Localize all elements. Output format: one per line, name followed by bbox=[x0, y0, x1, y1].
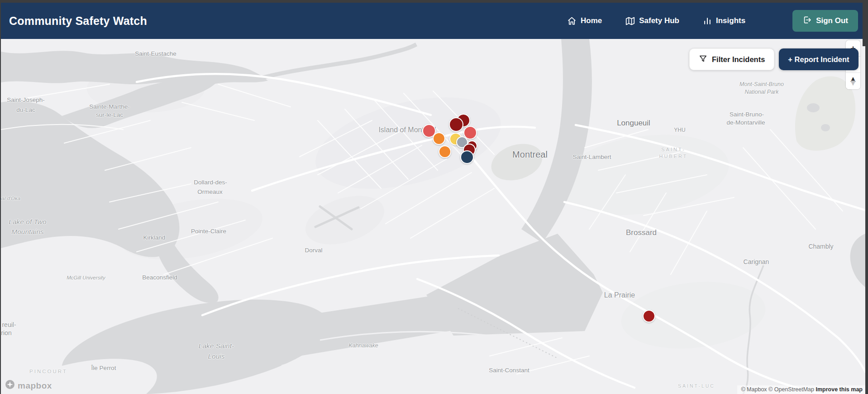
mapbox-logo-text: mapbox bbox=[18, 381, 52, 391]
map-place-label: sur-le-Lac bbox=[96, 111, 123, 118]
map-canvas[interactable]: Saint-EustacheSaint-Joseph-du-LacSainte-… bbox=[1, 39, 865, 394]
map-place-label: SAINT-LUC bbox=[678, 383, 715, 389]
map-place-label: La Prairie bbox=[604, 291, 635, 299]
map-place-label: Lake Saint- bbox=[199, 342, 234, 350]
attribution-improve-link[interactable]: Improve this map bbox=[816, 386, 863, 393]
nav-home[interactable]: Home bbox=[567, 16, 602, 26]
bar-chart-icon bbox=[703, 16, 712, 25]
window-chrome-edge bbox=[863, 3, 865, 46]
sign-out-button[interactable]: Sign Out bbox=[792, 10, 858, 32]
map-attribution: © Mapbox © OpenStreetMap Improve this ma… bbox=[737, 385, 865, 394]
filter-incidents-label: Filter Incidents bbox=[712, 55, 765, 64]
map-place-label: Lake of Two bbox=[9, 218, 46, 226]
map-place-label: Ormeaux bbox=[197, 188, 223, 195]
map-place-label: Saint-Eustache bbox=[135, 50, 176, 57]
map-place-label: Chambly bbox=[808, 243, 833, 250]
map-place-label: HUBERT bbox=[659, 154, 687, 159]
map-place-label: rion bbox=[1, 329, 11, 336]
app-header: Community Safety Watch Home Safety Hub I… bbox=[1, 3, 865, 39]
attribution-mapbox-link[interactable]: © Mapbox bbox=[741, 386, 767, 393]
logout-icon bbox=[802, 15, 811, 27]
map-place-label: Longueuil bbox=[617, 119, 650, 128]
incident-marker[interactable] bbox=[449, 117, 463, 132]
home-icon bbox=[567, 16, 577, 26]
map-place-label: reuil- bbox=[2, 321, 16, 328]
attribution-osm-link[interactable]: © OpenStreetMap bbox=[768, 386, 814, 393]
map-place-label: Saint-Lambert bbox=[573, 154, 611, 160]
map-place-label: National Park bbox=[744, 89, 778, 95]
map-place-label: Sainte-Marthe- bbox=[89, 103, 129, 110]
sign-out-label: Sign Out bbox=[816, 16, 848, 25]
map-action-buttons: Filter Incidents + Report Incident bbox=[689, 48, 858, 70]
main-nav: Home Safety Hub Insights Sign Out bbox=[567, 10, 858, 32]
map-place-label: Louis bbox=[208, 352, 224, 360]
map-place-label: Carignan bbox=[744, 258, 769, 265]
map-place-label: Dorval bbox=[305, 247, 322, 254]
map-place-label: nal d'Oka bbox=[1, 196, 20, 201]
nav-insights[interactable]: Insights bbox=[703, 16, 745, 25]
map-icon bbox=[625, 16, 635, 26]
filter-incidents-button[interactable]: Filter Incidents bbox=[689, 48, 774, 70]
map-place-label: Mont-Saint-Bruno bbox=[739, 81, 784, 87]
nav-insights-label: Insights bbox=[716, 16, 745, 25]
report-incident-label: + Report Incident bbox=[788, 55, 849, 64]
report-incident-button[interactable]: + Report Incident bbox=[779, 48, 858, 70]
map-place-label: McGill University bbox=[67, 275, 105, 280]
filter-funnel-icon bbox=[699, 54, 707, 65]
app-window: Community Safety Watch Home Safety Hub I… bbox=[1, 3, 865, 394]
nav-home-label: Home bbox=[581, 16, 602, 25]
map-place-label: YHU bbox=[674, 127, 685, 133]
map-place-label: Kahnawake bbox=[348, 342, 378, 349]
map-place-label: Dollard-des- bbox=[194, 179, 227, 186]
map-place-label: Mountains bbox=[11, 228, 44, 236]
mapbox-logo[interactable]: mapbox bbox=[5, 379, 52, 392]
map-place-label: Île Perrot bbox=[91, 365, 116, 371]
map-place-label: SAINT- bbox=[661, 147, 685, 152]
mapbox-logo-icon bbox=[5, 379, 15, 392]
compass-button[interactable]: ▲▼ bbox=[846, 73, 860, 89]
map-place-label: PINCOURT bbox=[29, 369, 67, 374]
incident-marker[interactable] bbox=[643, 310, 655, 322]
map-place-label: Saint-Bruno- bbox=[730, 111, 764, 118]
incident-marker[interactable] bbox=[433, 132, 445, 145]
compass-south-needle: ▼ bbox=[846, 81, 860, 85]
nav-safety-hub[interactable]: Safety Hub bbox=[625, 16, 679, 26]
incident-marker[interactable] bbox=[439, 145, 451, 158]
incident-marker[interactable] bbox=[460, 150, 474, 164]
map-place-label: Saint-Joseph- bbox=[7, 96, 44, 103]
map-place-label: Montreal bbox=[512, 149, 548, 160]
map-place-label: du-Lac bbox=[16, 106, 35, 113]
map-place-label: Beaconsfield bbox=[142, 274, 177, 281]
map-place-label: Saint-Constant bbox=[489, 367, 529, 374]
map-base-layer bbox=[1, 39, 865, 394]
map-place-label: Kirkland bbox=[143, 234, 166, 241]
map-place-label: Pointe-Claire bbox=[191, 228, 226, 235]
app-title: Community Safety Watch bbox=[9, 14, 147, 28]
map-place-label: Brossard bbox=[626, 228, 657, 237]
map-place-label: de-Montarville bbox=[727, 119, 765, 126]
nav-safety-hub-label: Safety Hub bbox=[639, 16, 679, 25]
